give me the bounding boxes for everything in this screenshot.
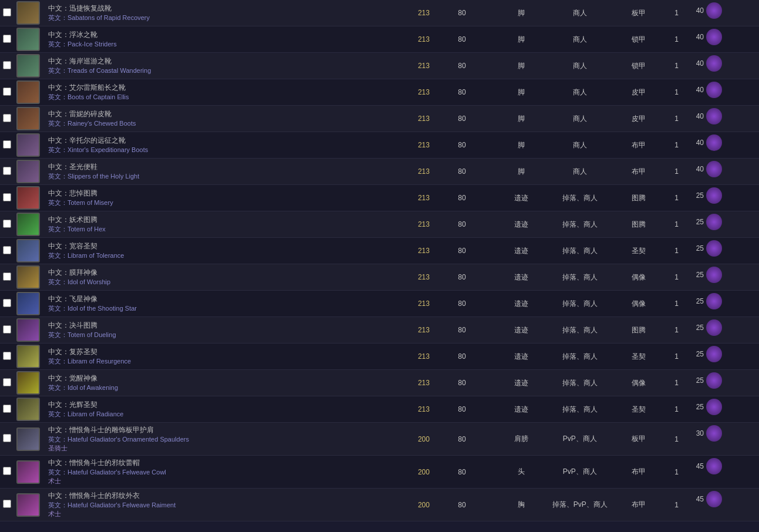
item-en-name: 英文：Idol of Worship [48,278,110,287]
item-icon [16,265,40,289]
table-row: 中文：宽容圣契英文：Libram of Tolerance21380遗迹掉落、商… [0,238,759,264]
row-checkbox[interactable] [3,114,11,122]
empty-col [480,79,498,106]
row-checkbox-cell [0,396,14,423]
currency-icon [706,240,722,257]
item-icon-cell [14,106,42,132]
item-icon-cell [14,291,42,317]
item-value: 40 [696,139,704,147]
currency-icon [706,267,722,283]
row-checkbox[interactable] [3,167,11,175]
item-count: 1 [662,79,691,106]
item-icon [16,160,40,183]
item-cn-name: 中文：艾尔雷斯船长之靴 [48,83,129,93]
empty-col [480,53,498,79]
item-icon-cell [14,238,42,264]
row-checkbox[interactable] [3,500,11,508]
empty-col [480,344,498,370]
row-checkbox-cell [0,159,14,185]
row-checkbox[interactable] [3,434,11,442]
item-type: 布甲 [615,159,662,185]
item-value: 25 [696,191,704,200]
item-count: 1 [662,489,691,521]
row-checkbox[interactable] [3,193,11,201]
item-value: 40 [696,112,704,120]
item-slot: 脚 [498,106,545,132]
item-type: 布甲 [615,132,662,159]
item-count: 1 [662,264,691,291]
row-checkbox[interactable] [3,405,11,413]
row-checkbox[interactable] [3,299,11,307]
item-icon-cell [14,396,42,423]
row-checkbox-cell [0,185,14,211]
table-row: 中文：光辉圣契英文：Libram of Radiance21380遗迹掉落、商人… [0,396,759,423]
table-row: 中文：复苏圣契英文：Libram of Resurgence21380遗迹掉落、… [0,344,759,370]
item-en-name: 英文：Treads of Coastal Wandering [48,66,151,75]
item-level: 80 [444,238,480,264]
table-row: 中文：觉醒神像英文：Idol of Awakening21380遗迹掉落、商人偶… [0,370,759,396]
row-checkbox[interactable] [3,8,11,16]
row-checkbox-cell [0,26,14,53]
item-cn-name: 中文：憎恨角斗士的邪纹蕾帽 [48,458,166,468]
row-checkbox-cell [0,456,14,489]
item-icon [16,318,40,342]
table-row: 中文：憎恨角斗士的邪纹外衣英文：Hateful Gladiator's Felw… [0,489,759,521]
row-checkbox[interactable] [3,220,11,228]
item-name-cell: 中文：憎恨角斗士的雕饰板甲护肩英文：Hateful Gladiator's Or… [42,423,403,456]
item-en-name: 英文：Hateful Gladiator's Felweave Raiment [48,501,176,510]
item-value-cell: 25 [691,264,727,285]
item-value: 25 [696,403,704,411]
item-slot: 头 [498,456,545,489]
table-row: 中文：妖术图腾英文：Totem of Hex21380遗迹掉落、商人图腾125 [0,211,759,238]
item-slot: 脚 [498,79,545,106]
row-checkbox[interactable] [3,61,11,69]
item-name-block: 中文：圣光便鞋英文：Slippers of the Holy Light [47,162,139,181]
item-count: 1 [662,185,691,211]
item-name-cell: 中文：憎恨角斗士的邪纹蕾帽英文：Hateful Gladiator's Felw… [42,456,403,489]
row-checkbox[interactable] [3,140,11,149]
row-checkbox[interactable] [3,378,11,386]
row-checkbox[interactable] [3,352,11,360]
row-checkbox[interactable] [3,246,11,254]
row-checkbox[interactable] [3,35,11,43]
item-type: 板甲 [615,0,662,26]
item-name-block: 中文：觉醒神像英文：Idol of Awakening [47,373,118,392]
row-checkbox[interactable] [3,325,11,334]
item-icon [16,213,40,236]
item-count: 1 [662,456,691,489]
item-cn-name: 中文：海岸巡游之靴 [48,56,151,66]
item-icon-cell [14,423,42,456]
item-type: 圣契 [615,396,662,423]
item-ilvl: 213 [403,0,444,26]
item-slot: 脚 [498,0,545,26]
item-name-block: 中文：飞星神像英文：Idol of the Shooting Star [47,294,137,313]
item-name-block: 中文：膜拜神像英文：Idol of Worship [47,268,110,287]
row-checkbox[interactable] [3,272,11,281]
item-count: 1 [662,344,691,370]
row-checkbox[interactable] [3,467,11,475]
item-source: 掉落、商人 [545,344,615,370]
item-source: PvP、商人 [545,456,615,489]
item-icon [16,186,40,210]
item-cn-name: 中文：雷妮的碎皮靴 [48,109,136,119]
item-source: 掉落、商人 [545,291,615,317]
item-en-name: 英文：Idol of the Shooting Star [48,304,137,313]
item-value: 40 [696,165,704,173]
item-icon-cell [14,26,42,53]
item-en-name: 英文：Boots of Captain Ellis [48,93,129,102]
item-ilvl: 213 [403,370,444,396]
item-type: 图腾 [615,185,662,211]
item-cn-name: 中文：辛托尔的远征之靴 [48,136,148,146]
item-type: 板甲 [615,423,662,456]
item-count: 1 [662,159,691,185]
item-cn-name: 中文：飞星神像 [48,294,137,304]
table-row: 中文：迅捷恢复战靴英文：Sabatons of Rapid Recovery21… [0,0,759,26]
item-name-block: 中文：艾尔雷斯船长之靴英文：Boots of Captain Ellis [47,83,129,102]
item-icon-cell [14,185,42,211]
item-en-name: 英文：Libram of Tolerance [48,251,124,260]
item-en-name: 英文：Libram of Radiance [48,410,123,419]
row-checkbox[interactable] [3,87,11,96]
empty-col [480,185,498,211]
empty-col [480,370,498,396]
item-source: 商人 [545,132,615,159]
